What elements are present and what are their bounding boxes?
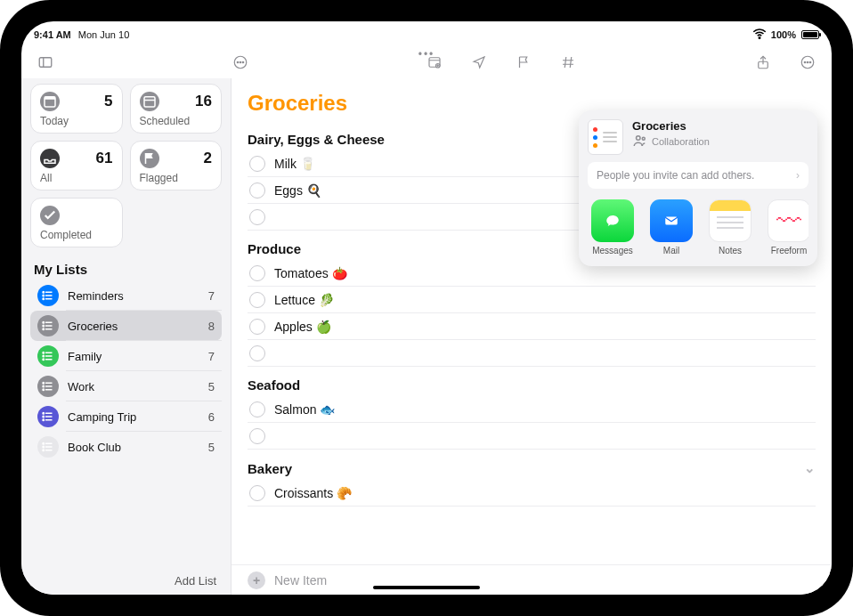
section-header-text: Bakery <box>248 461 292 476</box>
radio-unchecked-icon[interactable] <box>249 182 265 199</box>
svg-point-33 <box>43 450 45 451</box>
sidebar-list-row[interactable]: Book Club5 <box>30 432 222 462</box>
smart-tile-all[interactable]: 61 All <box>30 141 123 190</box>
svg-rect-14 <box>45 97 55 100</box>
app-toolbar: ••• <box>21 46 832 78</box>
share-permissions-row[interactable]: People you invite can add others. › <box>588 162 808 189</box>
list-icon <box>37 315 59 336</box>
svg-rect-1 <box>39 58 52 68</box>
share-permissions-text: People you invite can add others. <box>597 169 754 182</box>
plus-circle-icon: + <box>248 571 265 589</box>
reminder-title: Eggs 🍳 <box>274 183 321 198</box>
sidebar-list-row[interactable]: Groceries8 <box>30 311 222 341</box>
reminder-item[interactable]: Croissants 🥐 <box>248 480 816 507</box>
radio-unchecked-icon[interactable] <box>249 485 265 501</box>
mail-app-icon <box>650 199 693 242</box>
list-count: 5 <box>208 380 215 393</box>
svg-point-30 <box>43 419 45 421</box>
svg-point-21 <box>43 328 45 330</box>
list-icon <box>37 376 59 397</box>
radio-unchecked-icon[interactable] <box>249 292 265 308</box>
list-count: 6 <box>208 410 215 424</box>
smart-tile-scheduled[interactable]: 16 Scheduled <box>130 84 223 134</box>
smart-tile-flagged[interactable]: 2 Flagged <box>130 141 223 190</box>
list-icon <box>37 285 59 306</box>
reminder-title: Croissants 🥐 <box>274 486 352 500</box>
section-header[interactable]: Seafood <box>248 367 816 396</box>
more-sidebar-icon[interactable] <box>229 53 252 72</box>
list-count: 8 <box>208 320 215 333</box>
sidebar-list-row[interactable]: Reminders7 <box>30 280 222 311</box>
svg-point-35 <box>642 137 645 140</box>
svg-point-11 <box>807 61 808 63</box>
share-app-label: Freeform <box>764 246 808 255</box>
share-app-messages[interactable]: Messages <box>588 199 638 255</box>
sidebar-list-row[interactable]: Work5 <box>30 371 222 401</box>
chevron-right-icon: › <box>796 169 800 182</box>
radio-unchecked-icon[interactable] <box>249 401 265 417</box>
svg-point-34 <box>637 136 641 141</box>
svg-point-26 <box>43 385 45 387</box>
svg-point-32 <box>43 446 45 448</box>
section-header[interactable]: Bakery⌄ <box>248 450 816 480</box>
tile-today-label: Today <box>40 115 113 127</box>
multitask-dots-icon[interactable]: ••• <box>418 48 435 61</box>
share-icon[interactable] <box>751 53 775 72</box>
radio-unchecked-icon[interactable] <box>249 428 265 444</box>
sidebar-list-row[interactable]: Family7 <box>30 341 222 371</box>
svg-point-4 <box>240 61 241 63</box>
share-app-notes[interactable]: Notes <box>705 199 755 255</box>
reminder-title: Lettuce 🥬 <box>274 293 334 307</box>
new-item-row[interactable]: + New Item <box>232 564 832 595</box>
smart-tile-today[interactable]: 5 Today <box>30 84 123 134</box>
svg-point-18 <box>43 298 45 300</box>
tile-completed-label: Completed <box>40 229 113 241</box>
radio-unchecked-icon[interactable] <box>249 209 265 225</box>
hashtag-icon[interactable] <box>556 53 580 72</box>
share-app-label: Mail <box>646 246 696 255</box>
location-icon[interactable] <box>467 53 491 72</box>
reminder-title: Salmon 🐟 <box>274 402 335 417</box>
reminder-item[interactable] <box>248 340 816 367</box>
list-name: Reminders <box>68 289 199 303</box>
reminder-item[interactable]: Salmon 🐟 <box>248 396 816 423</box>
svg-point-5 <box>242 61 244 63</box>
tile-all-label: All <box>40 172 113 184</box>
share-app-label: Messages <box>588 246 638 255</box>
chevron-down-icon: ⌄ <box>804 460 816 476</box>
sidebar-toggle-icon[interactable] <box>34 53 57 72</box>
smart-tile-completed[interactable]: Completed <box>30 198 123 247</box>
tile-today-count: 5 <box>104 93 112 110</box>
svg-point-28 <box>43 413 45 415</box>
svg-point-29 <box>43 416 45 417</box>
share-app-mail[interactable]: Mail <box>646 199 696 255</box>
share-apps-row: MessagesMailNotes〰Freeform <box>588 196 808 255</box>
add-list-button[interactable]: Add List <box>175 574 216 588</box>
reminder-title: Apples 🍏 <box>274 320 331 334</box>
main-list: Groceries Dairy, Eggs & CheeseMilk 🥛Eggs… <box>232 78 832 595</box>
reminder-title: Tomatoes 🍅 <box>274 266 347 280</box>
svg-rect-15 <box>144 97 155 107</box>
radio-unchecked-icon[interactable] <box>249 265 265 281</box>
sidebar-list-row[interactable]: Camping Trip6 <box>30 401 222 432</box>
reminder-item[interactable]: Apples 🍏 <box>248 313 816 340</box>
radio-unchecked-icon[interactable] <box>249 156 265 172</box>
svg-point-24 <box>43 359 45 361</box>
list-icon <box>37 406 59 427</box>
svg-point-10 <box>804 61 806 63</box>
flag-icon[interactable] <box>512 53 535 72</box>
svg-point-22 <box>43 353 45 354</box>
more-main-icon[interactable] <box>796 53 819 72</box>
my-lists-header: My Lists <box>30 255 222 280</box>
section-header-text: Dairy, Eggs & Cheese <box>248 132 385 147</box>
share-app-freeform[interactable]: 〰Freeform <box>764 199 808 255</box>
radio-unchecked-icon[interactable] <box>249 345 265 361</box>
reminder-item[interactable]: Lettuce 🥬 <box>248 287 816 313</box>
list-name: Camping Trip <box>68 410 199 424</box>
radio-unchecked-icon[interactable] <box>249 319 265 335</box>
tile-flagged-label: Flagged <box>140 172 213 184</box>
svg-point-17 <box>43 295 45 296</box>
home-indicator[interactable] <box>373 586 480 589</box>
reminder-item[interactable] <box>248 423 816 450</box>
svg-point-12 <box>809 61 811 63</box>
